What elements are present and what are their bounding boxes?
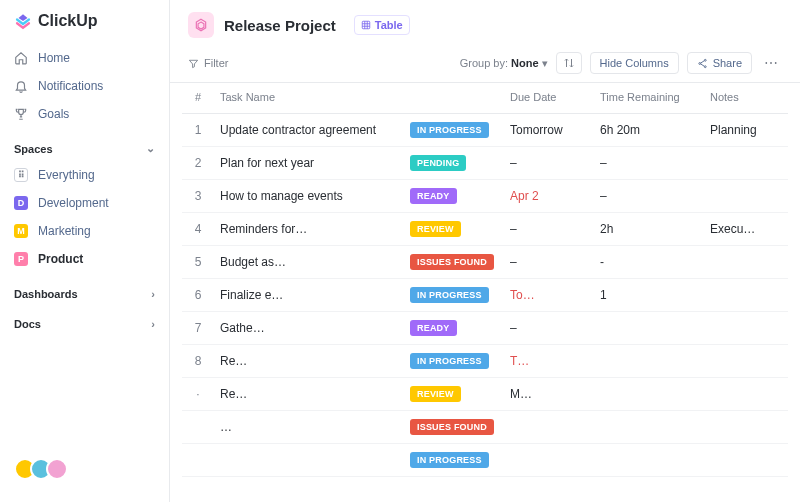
col-time-remaining[interactable]: Time Remaining [594, 83, 704, 114]
cell-num: 7 [182, 312, 214, 345]
nav-goals[interactable]: Goals [0, 100, 169, 128]
clickup-logo-icon [14, 12, 32, 30]
cell-status[interactable]: ISSUES FOUND [404, 411, 504, 444]
cell-notes[interactable] [704, 444, 788, 477]
cell-time-remaining[interactable]: - [594, 246, 704, 279]
table-row[interactable]: 1 Update contractor agreement IN PROGRES… [182, 114, 788, 147]
cell-time-remaining[interactable] [594, 444, 704, 477]
cell-task-name[interactable]: Reminders for… [214, 213, 404, 246]
cell-status[interactable]: IN PROGRESS [404, 444, 504, 477]
table-row[interactable]: 5 Budget as… ISSUES FOUND – - [182, 246, 788, 279]
more-menu-button[interactable]: ⋯ [760, 55, 782, 71]
cell-notes[interactable] [704, 246, 788, 279]
brand-logo[interactable]: ClickUp [0, 12, 169, 44]
filter-button[interactable]: Filter [188, 57, 228, 69]
sort-button[interactable] [556, 52, 582, 74]
cell-task-name[interactable]: … [214, 411, 404, 444]
cell-due-date[interactable]: Apr 2 [504, 180, 594, 213]
cell-status[interactable]: READY [404, 312, 504, 345]
cell-task-name[interactable]: Finalize e… [214, 279, 404, 312]
cell-notes[interactable] [704, 345, 788, 378]
cell-status[interactable]: IN PROGRESS [404, 279, 504, 312]
cell-task-name[interactable]: Gathe… [214, 312, 404, 345]
cell-notes[interactable]: Planning [704, 114, 788, 147]
cell-status[interactable]: REVIEW [404, 213, 504, 246]
cell-time-remaining[interactable]: – [594, 147, 704, 180]
cell-due-date[interactable]: M… [504, 378, 594, 411]
cell-time-remaining[interactable] [594, 411, 704, 444]
table-row[interactable]: 8 Re… IN PROGRESS T… [182, 345, 788, 378]
group-by-button[interactable]: Group by: None ▾ [460, 57, 548, 70]
cell-num: 5 [182, 246, 214, 279]
space-item-product[interactable]: PProduct [0, 245, 169, 273]
cell-status[interactable]: IN PROGRESS [404, 114, 504, 147]
col-task-name[interactable]: Task Name [214, 83, 404, 114]
cell-notes[interactable] [704, 279, 788, 312]
cell-time-remaining[interactable] [594, 378, 704, 411]
nav-dashboards[interactable]: Dashboards › [0, 279, 169, 309]
table-row[interactable]: IN PROGRESS [182, 444, 788, 477]
cell-status[interactable]: REVIEW [404, 378, 504, 411]
cell-time-remaining[interactable] [594, 312, 704, 345]
cell-task-name[interactable] [214, 444, 404, 477]
cell-task-name[interactable]: Budget as… [214, 246, 404, 279]
cell-notes[interactable] [704, 312, 788, 345]
col-notes[interactable]: Notes [704, 83, 788, 114]
table-row[interactable]: 3 How to manage events READY Apr 2 – [182, 180, 788, 213]
cell-due-date[interactable]: – [504, 246, 594, 279]
cell-task-name[interactable]: Re… [214, 378, 404, 411]
cell-time-remaining[interactable] [594, 345, 704, 378]
project-icon[interactable] [188, 12, 214, 38]
share-button[interactable]: Share [687, 52, 752, 74]
cell-notes[interactable] [704, 378, 788, 411]
space-item-development[interactable]: DDevelopment [0, 189, 169, 217]
cell-notes[interactable]: Execu… [704, 213, 788, 246]
cell-due-date[interactable] [504, 411, 594, 444]
avatar-stack[interactable] [0, 448, 169, 490]
cell-due-date[interactable]: – [504, 147, 594, 180]
cell-due-date[interactable]: To… [504, 279, 594, 312]
cell-status[interactable]: IN PROGRESS [404, 345, 504, 378]
cell-due-date[interactable]: T… [504, 345, 594, 378]
nav-notifications[interactable]: Notifications [0, 72, 169, 100]
table-row[interactable]: 7 Gathe… READY – [182, 312, 788, 345]
cell-due-date[interactable] [504, 444, 594, 477]
col-num[interactable]: # [182, 83, 214, 114]
table-row[interactable]: · Re… REVIEW M… [182, 378, 788, 411]
bell-icon [14, 79, 28, 93]
cell-status[interactable]: PENDING [404, 147, 504, 180]
cell-due-date[interactable]: Tomorrow [504, 114, 594, 147]
view-switch-table[interactable]: Table [354, 15, 410, 35]
avatar[interactable] [46, 458, 68, 480]
cell-task-name[interactable]: Re… [214, 345, 404, 378]
table-row[interactable]: … ISSUES FOUND [182, 411, 788, 444]
cell-due-date[interactable]: – [504, 213, 594, 246]
cell-task-name[interactable]: How to manage events [214, 180, 404, 213]
table-row[interactable]: 4 Reminders for… REVIEW – 2h Execu… [182, 213, 788, 246]
hide-columns-button[interactable]: Hide Columns [590, 52, 679, 74]
spaces-header[interactable]: Spaces ⌄ [0, 128, 169, 161]
cell-time-remaining[interactable]: 2h [594, 213, 704, 246]
status-pill: IN PROGRESS [410, 452, 489, 468]
cell-time-remaining[interactable]: 6h 20m [594, 114, 704, 147]
col-status[interactable] [404, 83, 504, 114]
cell-due-date[interactable]: – [504, 312, 594, 345]
space-item-marketing[interactable]: MMarketing [0, 217, 169, 245]
table-row[interactable]: 6 Finalize e… IN PROGRESS To… 1 [182, 279, 788, 312]
cell-notes[interactable] [704, 147, 788, 180]
cell-time-remaining[interactable]: – [594, 180, 704, 213]
cell-status[interactable]: ISSUES FOUND [404, 246, 504, 279]
nav-home[interactable]: Home [0, 44, 169, 72]
cell-task-name[interactable]: Plan for next year [214, 147, 404, 180]
nav-docs[interactable]: Docs › [0, 309, 169, 339]
col-due-date[interactable]: Due Date [504, 83, 594, 114]
cell-task-name[interactable]: Update contractor agreement [214, 114, 404, 147]
table-row[interactable]: 2 Plan for next year PENDING – – [182, 147, 788, 180]
cell-time-remaining[interactable]: 1 [594, 279, 704, 312]
topbar: Release Project Table [170, 0, 800, 42]
space-everything[interactable]: ⠿ Everything [0, 161, 169, 189]
cell-status[interactable]: READY [404, 180, 504, 213]
tasks-table: # Task Name Due Date Time Remaining Note… [182, 83, 788, 477]
cell-notes[interactable] [704, 180, 788, 213]
cell-notes[interactable] [704, 411, 788, 444]
